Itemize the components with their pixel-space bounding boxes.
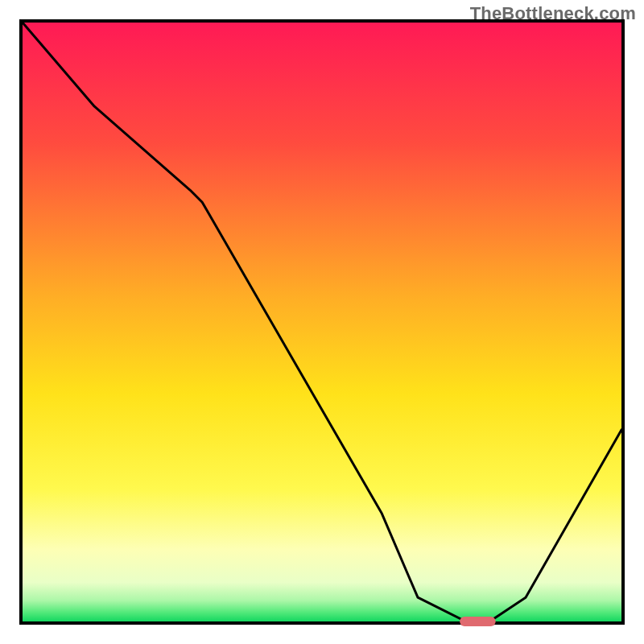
bottleneck-chart: TheBottleneck.com xyxy=(0,0,644,644)
watermark-label: TheBottleneck.com xyxy=(470,3,636,24)
chart-svg xyxy=(0,0,644,644)
plot-background xyxy=(23,23,621,621)
optimal-marker xyxy=(460,617,496,626)
